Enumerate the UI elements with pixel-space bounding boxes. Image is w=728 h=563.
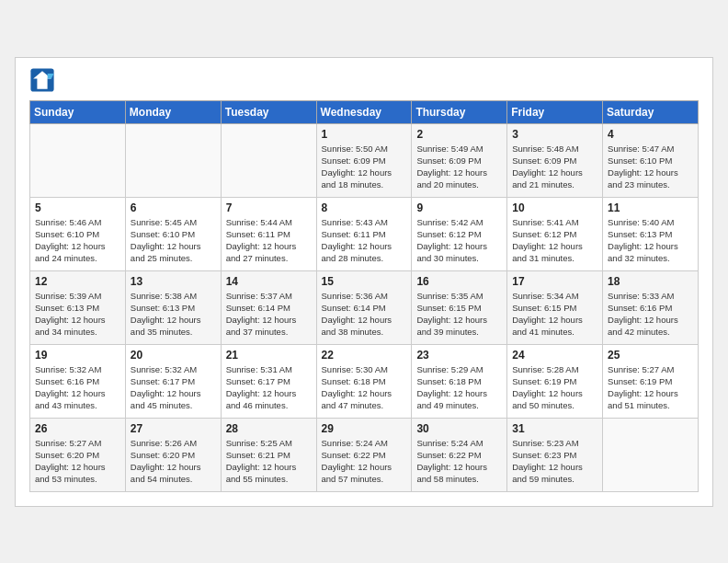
day-info: Sunrise: 5:39 AM Sunset: 6:13 PM Dayligh…: [35, 290, 120, 339]
calendar-cell: 8Sunrise: 5:43 AM Sunset: 6:11 PM Daylig…: [316, 197, 412, 270]
day-number: 1: [322, 128, 407, 141]
day-number: 22: [322, 349, 407, 362]
day-info: Sunrise: 5:29 AM Sunset: 6:18 PM Dayligh…: [416, 363, 502, 412]
day-number: 27: [131, 422, 216, 435]
day-number: 5: [35, 201, 120, 214]
calendar-week-row: 26Sunrise: 5:27 AM Sunset: 6:20 PM Dayli…: [30, 418, 699, 491]
day-number: 17: [512, 275, 597, 288]
calendar-container: SundayMondayTuesdayWednesdayThursdayFrid…: [15, 57, 713, 507]
calendar-cell: [30, 123, 126, 197]
calendar-week-row: 1Sunrise: 5:50 AM Sunset: 6:09 PM Daylig…: [30, 123, 699, 197]
calendar-cell: 4Sunrise: 5:47 AM Sunset: 6:10 PM Daylig…: [603, 123, 699, 197]
day-number: 13: [131, 275, 216, 288]
calendar-cell: 7Sunrise: 5:44 AM Sunset: 6:11 PM Daylig…: [221, 197, 316, 270]
calendar-cell: 27Sunrise: 5:26 AM Sunset: 6:20 PM Dayli…: [125, 418, 221, 491]
calendar-cell: 19Sunrise: 5:32 AM Sunset: 6:16 PM Dayli…: [30, 344, 126, 418]
calendar-cell: 1Sunrise: 5:50 AM Sunset: 6:09 PM Daylig…: [316, 123, 412, 197]
day-info: Sunrise: 5:49 AM Sunset: 6:09 PM Dayligh…: [416, 143, 502, 191]
day-number: 9: [416, 201, 502, 214]
calendar-cell: 10Sunrise: 5:41 AM Sunset: 6:12 PM Dayli…: [507, 197, 603, 270]
calendar-cell: 14Sunrise: 5:37 AM Sunset: 6:14 PM Dayli…: [221, 270, 316, 344]
calendar-week-row: 12Sunrise: 5:39 AM Sunset: 6:13 PM Dayli…: [30, 270, 699, 344]
day-info: Sunrise: 5:34 AM Sunset: 6:15 PM Dayligh…: [512, 290, 597, 339]
day-info: Sunrise: 5:24 AM Sunset: 6:22 PM Dayligh…: [322, 437, 407, 486]
header-area: [29, 67, 699, 93]
day-info: Sunrise: 5:38 AM Sunset: 6:13 PM Dayligh…: [131, 290, 216, 339]
day-info: Sunrise: 5:32 AM Sunset: 6:17 PM Dayligh…: [131, 363, 216, 412]
day-info: Sunrise: 5:27 AM Sunset: 6:19 PM Dayligh…: [608, 363, 693, 412]
calendar-cell: 16Sunrise: 5:35 AM Sunset: 6:15 PM Dayli…: [412, 270, 507, 344]
day-info: Sunrise: 5:42 AM Sunset: 6:12 PM Dayligh…: [416, 216, 502, 265]
calendar-cell: 24Sunrise: 5:28 AM Sunset: 6:19 PM Dayli…: [507, 344, 603, 418]
day-info: Sunrise: 5:45 AM Sunset: 6:10 PM Dayligh…: [131, 216, 216, 265]
day-info: Sunrise: 5:47 AM Sunset: 6:10 PM Dayligh…: [608, 143, 693, 191]
calendar-cell: 21Sunrise: 5:31 AM Sunset: 6:17 PM Dayli…: [221, 344, 316, 418]
day-number: 7: [226, 201, 312, 214]
calendar-cell: 31Sunrise: 5:23 AM Sunset: 6:23 PM Dayli…: [507, 418, 603, 491]
calendar-cell: 20Sunrise: 5:32 AM Sunset: 6:17 PM Dayli…: [125, 344, 221, 418]
weekday-header-thursday: Thursday: [412, 100, 507, 123]
day-number: 25: [608, 349, 693, 362]
calendar-cell: 15Sunrise: 5:36 AM Sunset: 6:14 PM Dayli…: [316, 270, 412, 344]
day-info: Sunrise: 5:23 AM Sunset: 6:23 PM Dayligh…: [512, 437, 597, 486]
logo: [29, 67, 59, 93]
day-info: Sunrise: 5:46 AM Sunset: 6:10 PM Dayligh…: [35, 216, 120, 265]
day-number: 30: [416, 422, 502, 435]
calendar-cell: 13Sunrise: 5:38 AM Sunset: 6:13 PM Dayli…: [125, 270, 221, 344]
calendar-cell: 5Sunrise: 5:46 AM Sunset: 6:10 PM Daylig…: [30, 197, 126, 270]
day-info: Sunrise: 5:26 AM Sunset: 6:20 PM Dayligh…: [131, 437, 216, 486]
day-number: 23: [416, 349, 502, 362]
day-info: Sunrise: 5:30 AM Sunset: 6:18 PM Dayligh…: [322, 363, 407, 412]
calendar-cell: 26Sunrise: 5:27 AM Sunset: 6:20 PM Dayli…: [30, 418, 126, 491]
day-number: 20: [131, 349, 216, 362]
day-info: Sunrise: 5:24 AM Sunset: 6:22 PM Dayligh…: [416, 437, 502, 486]
day-number: 31: [512, 422, 597, 435]
day-info: Sunrise: 5:25 AM Sunset: 6:21 PM Dayligh…: [226, 437, 312, 486]
day-info: Sunrise: 5:37 AM Sunset: 6:14 PM Dayligh…: [226, 290, 312, 339]
weekday-header-tuesday: Tuesday: [221, 100, 316, 123]
calendar-cell: 2Sunrise: 5:49 AM Sunset: 6:09 PM Daylig…: [412, 123, 507, 197]
day-info: Sunrise: 5:44 AM Sunset: 6:11 PM Dayligh…: [226, 216, 312, 265]
calendar-cell: [125, 123, 221, 197]
calendar-week-row: 19Sunrise: 5:32 AM Sunset: 6:16 PM Dayli…: [30, 344, 699, 418]
day-number: 11: [608, 201, 693, 214]
day-number: 6: [131, 201, 216, 214]
calendar-cell: 11Sunrise: 5:40 AM Sunset: 6:13 PM Dayli…: [603, 197, 699, 270]
calendar-cell: 22Sunrise: 5:30 AM Sunset: 6:18 PM Dayli…: [316, 344, 412, 418]
day-info: Sunrise: 5:41 AM Sunset: 6:12 PM Dayligh…: [512, 216, 597, 265]
calendar-cell: 28Sunrise: 5:25 AM Sunset: 6:21 PM Dayli…: [221, 418, 316, 491]
day-info: Sunrise: 5:48 AM Sunset: 6:09 PM Dayligh…: [512, 143, 597, 191]
calendar-cell: 29Sunrise: 5:24 AM Sunset: 6:22 PM Dayli…: [316, 418, 412, 491]
day-number: 24: [512, 349, 597, 362]
day-info: Sunrise: 5:32 AM Sunset: 6:16 PM Dayligh…: [35, 363, 120, 412]
weekday-header-sunday: Sunday: [30, 100, 126, 123]
logo-icon: [29, 67, 55, 93]
day-number: 26: [35, 422, 120, 435]
day-info: Sunrise: 5:33 AM Sunset: 6:16 PM Dayligh…: [608, 290, 693, 339]
calendar-week-row: 5Sunrise: 5:46 AM Sunset: 6:10 PM Daylig…: [30, 197, 699, 270]
day-number: 8: [322, 201, 407, 214]
calendar-table: SundayMondayTuesdayWednesdayThursdayFrid…: [29, 100, 699, 492]
weekday-header-monday: Monday: [125, 100, 221, 123]
calendar-cell: 9Sunrise: 5:42 AM Sunset: 6:12 PM Daylig…: [412, 197, 507, 270]
day-info: Sunrise: 5:36 AM Sunset: 6:14 PM Dayligh…: [322, 290, 407, 339]
weekday-header-wednesday: Wednesday: [316, 100, 412, 123]
day-info: Sunrise: 5:31 AM Sunset: 6:17 PM Dayligh…: [226, 363, 312, 412]
day-info: Sunrise: 5:40 AM Sunset: 6:13 PM Dayligh…: [608, 216, 693, 265]
calendar-cell: 30Sunrise: 5:24 AM Sunset: 6:22 PM Dayli…: [412, 418, 507, 491]
day-info: Sunrise: 5:43 AM Sunset: 6:11 PM Dayligh…: [322, 216, 407, 265]
calendar-cell: 12Sunrise: 5:39 AM Sunset: 6:13 PM Dayli…: [30, 270, 126, 344]
calendar-cell: 3Sunrise: 5:48 AM Sunset: 6:09 PM Daylig…: [507, 123, 603, 197]
day-number: 16: [416, 275, 502, 288]
calendar-cell: 6Sunrise: 5:45 AM Sunset: 6:10 PM Daylig…: [125, 197, 221, 270]
day-info: Sunrise: 5:27 AM Sunset: 6:20 PM Dayligh…: [35, 437, 120, 486]
day-info: Sunrise: 5:28 AM Sunset: 6:19 PM Dayligh…: [512, 363, 597, 412]
day-number: 18: [608, 275, 693, 288]
calendar-cell: 18Sunrise: 5:33 AM Sunset: 6:16 PM Dayli…: [603, 270, 699, 344]
calendar-cell: [603, 418, 699, 491]
day-number: 15: [322, 275, 407, 288]
calendar-cell: 17Sunrise: 5:34 AM Sunset: 6:15 PM Dayli…: [507, 270, 603, 344]
day-number: 21: [226, 349, 312, 362]
weekday-header-saturday: Saturday: [603, 100, 699, 123]
day-number: 12: [35, 275, 120, 288]
